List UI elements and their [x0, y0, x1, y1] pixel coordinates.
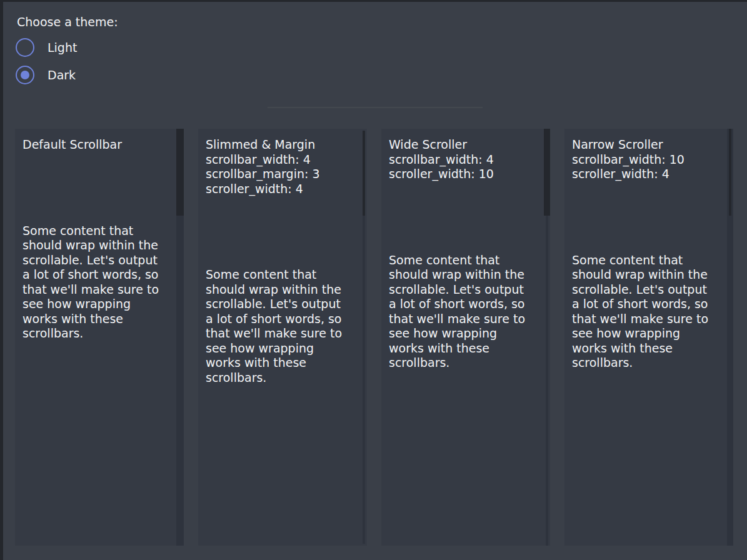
panel-content-text: Some content that should wrap within the…: [389, 253, 543, 371]
radio-circle-icon[interactable]: [16, 38, 34, 57]
panel-params: scrollbar_width: 10 scroller_width: 4: [572, 152, 726, 182]
scroll-panel-wide-scroller[interactable]: Wide Scroller scrollbar_width: 4 scrolle…: [381, 129, 550, 546]
scroll-panel-default[interactable]: Default Scrollbar Some content that shou…: [15, 129, 184, 546]
radio-label-light: Light: [48, 41, 77, 54]
panel-title: Narrow Scroller: [572, 138, 726, 152]
panel-content-text: Some content that should wrap within the…: [206, 268, 359, 385]
scrollbar-thumb[interactable]: [544, 129, 550, 216]
panel-content-text: Some content that should wrap within the…: [572, 253, 726, 371]
horizontal-divider: [268, 107, 483, 108]
radio-option-dark[interactable]: Dark: [16, 66, 747, 84]
theme-chooser-label: Choose a theme:: [17, 16, 747, 29]
scrollbar-demo-row: Default Scrollbar Some content that shou…: [15, 129, 747, 546]
panel-title: Wide Scroller: [389, 138, 543, 152]
radio-option-light[interactable]: Light: [16, 38, 747, 57]
panel-title: Slimmed & Margin: [206, 138, 359, 152]
panel-params: scrollbar_width: 4 scrollbar_margin: 3 s…: [206, 152, 359, 197]
scroll-panel-slimmed-margin[interactable]: Slimmed & Margin scrollbar_width: 4 scro…: [198, 129, 367, 546]
scrollbar-thumb[interactable]: [176, 129, 184, 216]
scroll-panel-narrow-scroller[interactable]: Narrow Scroller scrollbar_width: 10 scro…: [564, 129, 733, 546]
panel-title: Default Scrollbar: [23, 138, 176, 152]
panel-content-text: Some content that should wrap within the…: [23, 224, 176, 341]
radio-label-dark: Dark: [48, 68, 76, 82]
theme-radio-group: Light Dark: [16, 38, 747, 84]
panel-params: scrollbar_width: 4 scroller_width: 10: [389, 152, 543, 182]
scrollbar-thumb[interactable]: [363, 131, 365, 216]
radio-dot-icon: [21, 71, 29, 79]
radio-circle-icon[interactable]: [16, 66, 34, 84]
app-window: Choose a theme: Light Dark Default Scrol…: [0, 0, 747, 560]
scrollbar-thumb[interactable]: [729, 129, 731, 216]
